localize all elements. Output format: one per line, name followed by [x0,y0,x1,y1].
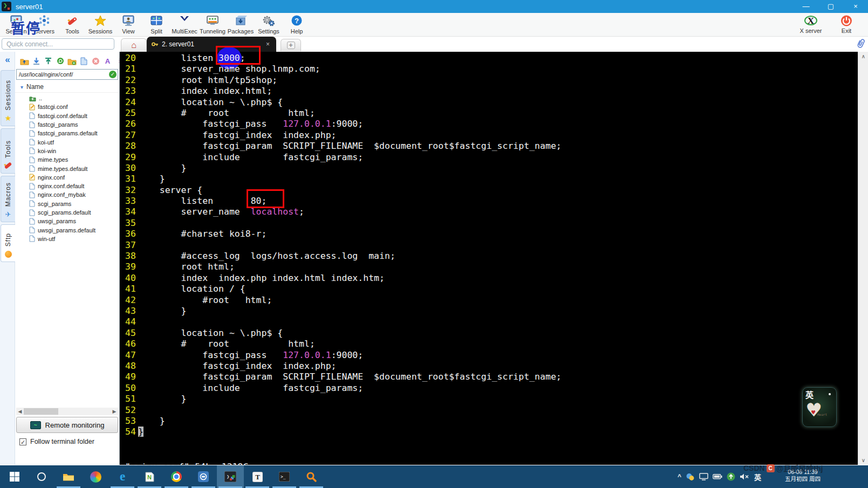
sidebar-tab-tools[interactable]: Tools [1,128,15,174]
scroll-down-icon[interactable]: ∨ [858,456,868,465]
file-row[interactable]: nginx.conf [15,173,119,182]
tray-battery[interactable] [713,474,722,479]
code-text: } [138,163,186,173]
file-icon [29,121,35,128]
file-row[interactable]: scgi_params.default [15,208,119,217]
file-row[interactable]: koi-utf [15,138,119,146]
file-row[interactable]: nginx.conf_mybak [15,190,119,199]
scrollbar-thumb[interactable] [24,408,58,415]
new-tab-button[interactable]: + [281,39,301,51]
maximize-button[interactable]: ▢ [818,0,843,13]
follow-terminal-folder[interactable]: ✓ Follow terminal folder [19,438,94,445]
path-ok-icon[interactable]: ✓ [109,71,117,78]
follow-checkbox[interactable]: ✓ [19,438,26,445]
file-row[interactable]: fastcgi_params.default [15,129,119,138]
refresh-icon[interactable] [55,56,65,66]
file-list-header[interactable]: ▾ Name [15,80,119,93]
tab-home[interactable]: ⌂ [121,38,147,52]
tray-display[interactable] [699,473,708,480]
scroll-up-icon[interactable]: ∧ [858,52,868,61]
terminal-scrollbar[interactable]: ∧ ∨ [858,52,868,465]
scroll-right-icon[interactable]: ▶ [111,408,118,415]
sidebar-tab-sessions[interactable]: Sessions★ [1,70,15,126]
taskbar-pinwheel-button[interactable] [82,465,109,488]
taskbar-vmware-button[interactable] [190,465,217,488]
line-number: 29 [120,152,138,163]
file-row[interactable]: .. [15,94,119,102]
file-icon [29,191,35,198]
taskbar-cmd-button[interactable]: >_ [271,465,298,488]
file-row[interactable]: uwsgi_params.default [15,225,119,234]
split-button[interactable]: Split [142,13,170,36]
sidebar-tab-macros[interactable]: Macros✈ [1,176,15,222]
settings-button[interactable]: Settings [255,13,283,36]
taskbar-search-button[interactable] [298,465,325,488]
upload-icon[interactable] [43,56,53,66]
code-text: } [138,394,186,404]
minimize-button[interactable]: — [794,0,818,13]
delete-icon[interactable] [91,56,101,66]
terminal[interactable]: 20 listen 3000;21 server_name shop.lnmp.… [120,52,858,465]
tray-hidden-icons[interactable]: ^ [678,473,681,480]
file-row[interactable]: fastcgi_params [15,120,119,129]
taskbar-cortana-button[interactable] [28,465,55,488]
file-row[interactable]: scgi_params [15,200,119,208]
line-number: 23 [120,86,138,97]
sidebar-collapse-button[interactable]: « [0,52,15,68]
code-line-38: 38 #access_log logs/host.access.log main… [120,251,858,262]
file-row[interactable]: fastcgi.conf.default [15,112,119,120]
taskbar-explorer-button[interactable] [55,465,82,488]
exit-button[interactable]: Exit [832,13,860,36]
file-row[interactable]: koi-win [15,147,119,155]
taskbar-edge-button[interactable]: e [109,465,136,488]
horizontal-scrollbar[interactable]: ◀ ▶ [16,408,118,415]
typora-icon: T [252,472,263,482]
tools-button[interactable]: Tools [58,13,86,36]
file-name: win-utf [38,236,55,242]
sticker-dot [829,393,831,395]
taskbar-chrome-button[interactable] [163,465,190,488]
highlighted-value: 127.0.0.1 [283,350,331,360]
taskbar-typora-button[interactable]: T [244,465,271,488]
sessions-button[interactable]: Sessions [86,13,114,36]
tab-close-icon[interactable]: × [264,40,272,48]
quick-connect-input[interactable] [2,38,114,50]
code-line-25: 25 # root html; [120,108,858,119]
file-row[interactable]: win-utf [15,235,119,243]
file-row[interactable]: mime.types.default [15,164,119,173]
download-icon[interactable] [31,56,42,66]
line-number: 43 [120,306,138,317]
scroll-left-icon[interactable]: ◀ [16,408,24,415]
small-heart-icon: ♥ [811,407,815,418]
sidebar-tab-sftp[interactable]: Sftp [1,224,15,262]
taskbar-notepadpp-button[interactable]: N [136,465,163,488]
new-file-icon[interactable] [79,56,89,66]
line-number: 33 [120,196,138,207]
packages-button[interactable]: Packages [227,13,255,36]
help-button[interactable]: ?Help [283,13,311,36]
rename-icon[interactable]: A [102,56,113,66]
remote-monitoring-button[interactable]: ~ Remote monitoring [16,417,118,433]
file-row[interactable]: nginx.conf.default [15,182,119,190]
file-row[interactable]: uwsgi_params [15,217,119,225]
svg-text:N: N [147,474,152,480]
view-button[interactable]: View [114,13,142,36]
xserver-button[interactable]: XX server [797,13,825,36]
path-input[interactable] [16,69,118,80]
new-folder-icon[interactable] [67,56,77,66]
code-line-46: 46 # root html; [120,339,858,349]
info-icon[interactable]: i [114,56,119,66]
file-icon [29,183,35,190]
taskbar-start-button[interactable] [1,465,28,488]
file-row[interactable]: fastcgi.conf [15,102,119,111]
tray-messenger[interactable] [686,473,695,481]
close-button[interactable]: × [843,0,868,13]
file-row[interactable]: mime.types [15,155,119,164]
attachment-paperclip-icon[interactable] [853,37,867,52]
tunneling-button[interactable]: Tunneling [199,13,227,36]
go-up-icon[interactable] [19,56,30,66]
multiexec-button[interactable]: MultiExec [170,13,199,36]
tray-net-upload[interactable] [727,472,735,481]
taskbar-mobaxterm-button[interactable]: ❯ [217,465,244,488]
tray-volume-muted[interactable] [740,473,750,480]
